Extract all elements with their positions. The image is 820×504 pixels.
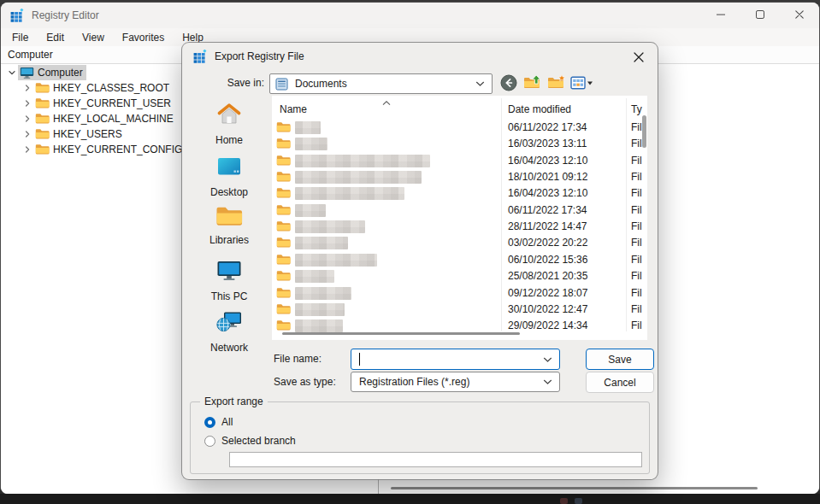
sidebar-item-libraries[interactable]: Libraries: [191, 205, 268, 246]
chevron-right-icon[interactable]: [21, 113, 33, 125]
chevron-down-icon[interactable]: [543, 354, 552, 366]
sidebar-item-home[interactable]: Home: [191, 101, 268, 146]
back-button[interactable]: [499, 74, 518, 93]
folder-icon: [276, 187, 291, 202]
file-row[interactable]: 16/04/2023 12:10Fil: [272, 185, 647, 202]
tree-item-label: HKEY_CLASSES_ROOT: [53, 82, 169, 94]
save-button[interactable]: Save: [586, 349, 654, 370]
titlebar[interactable]: Registry Editor: [1, 3, 819, 28]
column-header-name[interactable]: Name: [280, 103, 307, 115]
sidebar-item-network[interactable]: Network: [191, 308, 268, 354]
file-row[interactable]: 30/10/2022 12:47Fil: [272, 302, 647, 318]
view-menu-button[interactable]: [569, 74, 594, 93]
chevron-right-icon[interactable]: [21, 144, 33, 155]
chevron-right-icon[interactable]: [21, 82, 33, 94]
selected-branch-input[interactable]: [229, 452, 642, 467]
file-date-modified: 06/11/2022 17:34: [508, 121, 587, 133]
close-icon: [795, 9, 804, 21]
dialog-titlebar[interactable]: Export Registry File: [182, 43, 658, 70]
tree-item-body[interactable]: Computer: [18, 65, 86, 80]
file-row[interactable]: 06/11/2022 17:34Fil: [272, 120, 647, 136]
redacted-file-name: [295, 121, 321, 134]
new-folder-icon: [547, 74, 566, 94]
sort-ascending-icon: [381, 97, 392, 108]
file-date-modified: 16/03/2023 13:11: [508, 138, 587, 149]
sidebar-item-label: Libraries: [209, 234, 249, 246]
menu-favorites[interactable]: Favorites: [119, 31, 168, 44]
file-row[interactable]: 06/10/2022 15:36Fil: [272, 252, 647, 268]
export-range-group: Export range All Selected branch: [190, 401, 650, 474]
maximize-button[interactable]: [740, 3, 780, 28]
radio-selected-branch[interactable]: Selected branch: [204, 435, 296, 447]
chevron-right-icon[interactable]: [21, 128, 33, 140]
up-one-level-button[interactable]: [523, 74, 542, 93]
chevron-down-icon[interactable]: [475, 78, 485, 90]
folder-icon: [276, 237, 291, 251]
column-header-type[interactable]: Ty: [631, 103, 642, 115]
list-hscrollbar-thumb[interactable]: [282, 332, 520, 335]
menu-edit[interactable]: Edit: [43, 31, 68, 44]
file-type: Fil: [631, 319, 642, 331]
close-button[interactable]: [780, 3, 819, 28]
view-menu-icon: [570, 76, 593, 92]
minimize-button[interactable]: [701, 3, 740, 28]
redacted-file-name: [295, 287, 351, 300]
right-panel-hscrollbar-thumb[interactable]: [391, 487, 758, 489]
chevron-right-icon[interactable]: [21, 97, 33, 109]
dialog-close-button[interactable]: [628, 47, 649, 67]
folder-icon: [276, 303, 291, 318]
chevron-down-icon[interactable]: [543, 376, 552, 388]
radio-selected-branch-control[interactable]: [204, 436, 215, 447]
file-date-modified: 28/11/2022 14:47: [508, 220, 587, 232]
file-row[interactable]: 09/12/2022 18:07Fil: [272, 285, 647, 302]
folder-icon: [276, 171, 291, 185]
file-type: Fil: [631, 287, 642, 299]
tree-item-body[interactable]: HKEY_CURRENT_USER: [33, 96, 174, 111]
taskbar: [0, 494, 820, 504]
folder-icon: [276, 121, 291, 136]
redacted-file-name: [295, 187, 404, 200]
folder-icon: [35, 144, 50, 156]
chevron-down-icon[interactable]: [6, 67, 18, 79]
radio-all-control[interactable]: [204, 417, 215, 428]
save-as-type-combobox[interactable]: Registration Files (*.reg): [351, 372, 560, 392]
redacted-file-name: [295, 270, 334, 283]
file-type: Fil: [631, 270, 642, 282]
file-row[interactable]: 16/04/2023 12:10Fil: [272, 153, 647, 169]
file-type: Fil: [631, 138, 642, 149]
column-header-date-modified[interactable]: Date modified: [508, 103, 571, 115]
file-type: Fil: [631, 254, 642, 266]
folder-icon: [35, 82, 50, 95]
save-as-type-value: Registration Files (*.reg): [359, 376, 469, 388]
file-row[interactable]: 16/03/2023 13:11Fil: [272, 136, 647, 152]
cancel-button[interactable]: Cancel: [586, 372, 654, 393]
sidebar-item-this-pc[interactable]: This PC: [191, 257, 268, 302]
tree-item-body[interactable]: HKEY_CURRENT_CONFIG: [33, 142, 186, 157]
file-list[interactable]: Name Date modified Ty 06/11/2022 17:34Fi…: [272, 96, 647, 340]
file-date-modified: 30/10/2022 12:47: [508, 303, 587, 315]
sidebar-item-label: This PC: [211, 290, 248, 302]
menu-view[interactable]: View: [79, 31, 108, 44]
sidebar-item-desktop[interactable]: Desktop: [191, 153, 268, 198]
file-row[interactable]: 28/11/2022 14:47Fil: [272, 219, 647, 235]
file-name-label: File name:: [274, 353, 322, 365]
file-row[interactable]: 06/11/2022 17:34Fil: [272, 202, 647, 219]
radio-all[interactable]: All: [204, 416, 233, 428]
folder-icon: [276, 254, 291, 268]
file-row[interactable]: 18/10/2021 09:12Fil: [272, 169, 647, 185]
tree-item-body[interactable]: HKEY_CLASSES_ROOT: [33, 80, 173, 96]
tree-item-label: HKEY_CURRENT_CONFIG: [53, 144, 182, 155]
list-vscrollbar-thumb[interactable]: [642, 115, 646, 148]
file-name-input[interactable]: [351, 349, 560, 370]
taskbar-icon[interactable]: [560, 498, 568, 504]
dialog-title: Export Registry File: [215, 50, 304, 62]
file-row[interactable]: 03/02/2022 20:22Fil: [272, 235, 647, 251]
new-folder-button[interactable]: [547, 74, 566, 93]
tree-item-body[interactable]: HKEY_USERS: [33, 126, 126, 142]
taskbar-icon[interactable]: [575, 498, 582, 504]
menu-file[interactable]: File: [9, 31, 32, 44]
tree-item-body[interactable]: HKEY_LOCAL_MACHINE: [33, 111, 177, 126]
save-in-combobox[interactable]: Documents: [269, 73, 493, 94]
file-row[interactable]: 25/08/2021 20:35Fil: [272, 268, 647, 284]
file-type: Fil: [631, 155, 642, 167]
